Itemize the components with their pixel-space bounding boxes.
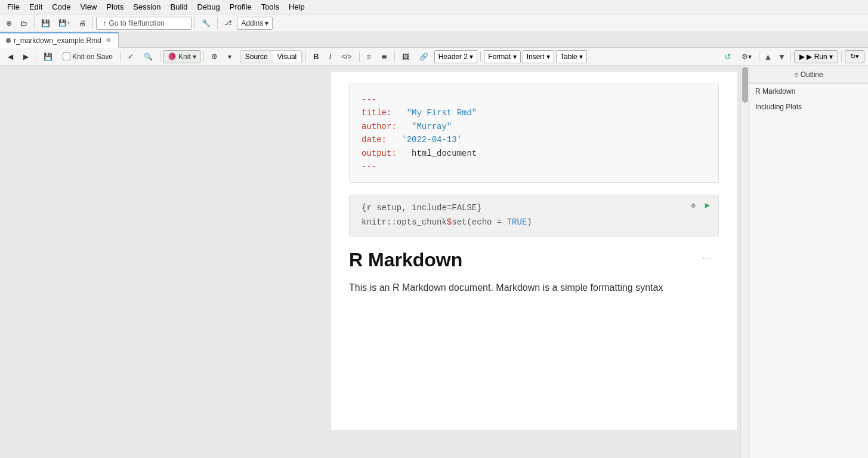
list-ordered-btn[interactable]: ≣ bbox=[377, 50, 391, 63]
link-btn[interactable]: 🔗 bbox=[415, 50, 433, 63]
italic-icon: I bbox=[329, 52, 332, 61]
scroll-thumb[interactable] bbox=[742, 67, 748, 103]
menu-edit[interactable]: Edit bbox=[24, 1, 47, 13]
format-dropdown[interactable]: Format ▾ bbox=[484, 50, 520, 63]
heading-section: ··· R Markdown bbox=[349, 248, 719, 271]
nav-forward-btn[interactable]: ▶ bbox=[19, 50, 33, 63]
tab-bar: r_markdown_example.Rmd ✕ bbox=[0, 32, 868, 48]
knit-icon: 🧶 bbox=[168, 53, 177, 61]
chunk-settings-btn[interactable]: ⚙ bbox=[687, 200, 699, 212]
menu-session[interactable]: Session bbox=[128, 1, 165, 13]
image-btn[interactable]: 🖼 bbox=[398, 50, 413, 63]
yaml-date-line: date: '2022-04-13' bbox=[362, 133, 706, 146]
main-heading: R Markdown bbox=[349, 248, 719, 271]
menu-help[interactable]: Help bbox=[284, 1, 310, 13]
menu-debug[interactable]: Debug bbox=[192, 1, 224, 13]
intro-paragraph: This is an R Markdown document. Markdown… bbox=[349, 280, 719, 296]
source-btn[interactable]: Source bbox=[240, 51, 273, 63]
open-file-btn[interactable]: 🗁 bbox=[17, 16, 31, 30]
yaml-block: --- title: "My First Rmd" author: "Murra… bbox=[349, 84, 719, 183]
editor-sep-7 bbox=[394, 51, 395, 62]
tab-rmd-file[interactable]: r_markdown_example.Rmd ✕ bbox=[0, 32, 119, 48]
spell-check-btn[interactable]: ✓ bbox=[123, 50, 138, 63]
addins-btn[interactable]: Addins ▾ bbox=[237, 17, 273, 30]
section-dots-menu[interactable]: ··· bbox=[702, 253, 713, 263]
tools-btn[interactable]: 🔧 bbox=[198, 16, 214, 30]
go-to-file-icon: ↑ bbox=[103, 19, 106, 27]
editor-sep-11 bbox=[841, 51, 842, 62]
editor-content: --- title: "My First Rmd" author: "Murra… bbox=[331, 72, 737, 430]
tab-filename: r_markdown_example.Rmd bbox=[14, 36, 101, 45]
outline-panel: ≡ Outline R Markdown Including Plots bbox=[749, 66, 868, 458]
insert-dropdown-label: Insert ▾ bbox=[527, 53, 550, 61]
knit-dropdown-arrow: ▾ bbox=[193, 53, 196, 61]
editor-sep-9 bbox=[759, 51, 759, 62]
editor-sep-8 bbox=[480, 51, 481, 62]
run-arrow-icon: ▶ bbox=[799, 53, 805, 61]
save-all-btn[interactable]: 💾+ bbox=[55, 16, 74, 30]
print-btn[interactable]: 🖨 bbox=[75, 16, 89, 30]
more-btn[interactable]: ▾ bbox=[224, 50, 236, 63]
settings-btn[interactable]: ⚙ bbox=[207, 50, 222, 63]
outline-item-1[interactable]: Including Plots bbox=[749, 99, 868, 115]
chunk-run-btn[interactable]: ▶ bbox=[702, 200, 713, 212]
bold-btn[interactable]: B bbox=[309, 50, 323, 63]
knit-btn[interactable]: 🧶 Knit ▾ bbox=[163, 50, 200, 63]
visual-btn[interactable]: Visual bbox=[273, 51, 302, 63]
editor-toolbar: ◀ ▶ 💾 Knit on Save ✓ 🔍 🧶 Knit ▾ ⚙ ▾ Sour… bbox=[0, 48, 868, 66]
header-dropdown-label: Header 2 ▾ bbox=[438, 53, 474, 61]
menu-code[interactable]: Code bbox=[47, 1, 75, 13]
new-file-btn[interactable]: ⊕ bbox=[2, 16, 16, 30]
knit-on-save-checkbox[interactable]: Knit on Save bbox=[58, 50, 117, 63]
menu-plots[interactable]: Plots bbox=[101, 1, 128, 13]
header-dropdown[interactable]: Header 2 ▾ bbox=[434, 50, 478, 63]
insert-dropdown[interactable]: Insert ▾ bbox=[523, 50, 554, 63]
italic-btn[interactable]: I bbox=[325, 50, 336, 63]
find-btn[interactable]: 🔍 bbox=[140, 50, 157, 63]
knit-on-save-check[interactable] bbox=[63, 53, 70, 60]
settings2-btn[interactable]: ⚙▾ bbox=[737, 50, 756, 63]
yaml-dashes-open: --- bbox=[362, 93, 706, 106]
tab-close-btn[interactable]: ✕ bbox=[104, 36, 112, 44]
scroll-track[interactable] bbox=[740, 66, 749, 458]
yaml-output-line: output: html_document bbox=[362, 147, 706, 160]
toolbar-sep-1 bbox=[34, 17, 35, 29]
rerun-btn[interactable]: ↻▾ bbox=[845, 50, 864, 63]
nav-back-btn[interactable]: ◀ bbox=[4, 50, 17, 63]
editor-sep-3 bbox=[160, 51, 160, 62]
go-to-file-input[interactable]: ↑ Go to file/function bbox=[96, 17, 191, 30]
run-btn[interactable]: ▶ ▶ Run ▾ bbox=[794, 50, 838, 63]
refresh-btn[interactable]: ↺ bbox=[720, 50, 736, 63]
knit-on-save-label: Knit on Save bbox=[72, 53, 113, 61]
code-icon: </> bbox=[341, 53, 351, 61]
table-dropdown[interactable]: Table ▾ bbox=[556, 50, 587, 63]
go-to-file-label: Go to file/function bbox=[109, 19, 164, 27]
tab-unsaved-indicator bbox=[6, 38, 11, 43]
menu-file[interactable]: File bbox=[2, 1, 24, 13]
toolbar-sep-2 bbox=[92, 17, 93, 29]
toolbar-sep-4 bbox=[217, 17, 218, 29]
save-btn[interactable]: 💾 bbox=[38, 16, 54, 30]
toolbar-sep-3 bbox=[194, 17, 195, 29]
editor-area[interactable]: --- title: "My First Rmd" author: "Murra… bbox=[0, 66, 749, 458]
nav-up-arrow[interactable]: ▲ bbox=[762, 52, 774, 62]
outline-item-0[interactable]: R Markdown bbox=[749, 84, 868, 99]
menu-tools[interactable]: Tools bbox=[257, 1, 284, 13]
editor-sep-2 bbox=[120, 51, 121, 62]
main-container: --- title: "My First Rmd" author: "Murra… bbox=[0, 66, 868, 458]
yaml-author-line: author: "Murray" bbox=[362, 120, 706, 133]
list-unordered-btn[interactable]: ≡ bbox=[363, 50, 375, 63]
editor-top-right: ↺ ⚙▾ ▲ ▼ ▶ ▶ Run ▾ ↻▾ bbox=[720, 50, 864, 63]
git-btn[interactable]: ⎇ bbox=[221, 16, 236, 30]
menu-build[interactable]: Build bbox=[166, 1, 193, 13]
format-dropdown-label: Format ▾ bbox=[488, 53, 516, 61]
code-btn[interactable]: </> bbox=[337, 50, 356, 63]
code-chunk: ⚙ ▶ {r setup, include=FALSE} knitr::opts… bbox=[349, 195, 719, 236]
menu-profile[interactable]: Profile bbox=[225, 1, 257, 13]
editor-sep-6 bbox=[359, 51, 360, 62]
code-chunk-toolbar: ⚙ ▶ bbox=[687, 200, 713, 212]
table-dropdown-label: Table ▾ bbox=[560, 53, 583, 61]
menu-view[interactable]: View bbox=[75, 1, 101, 13]
nav-down-arrow[interactable]: ▼ bbox=[776, 52, 787, 62]
save-doc-btn[interactable]: 💾 bbox=[39, 50, 57, 63]
